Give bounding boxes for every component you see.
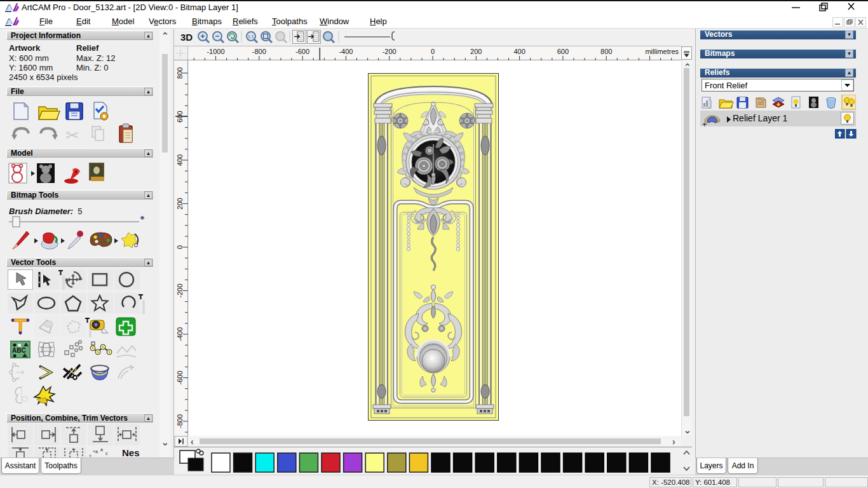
svg-text:200: 200	[470, 48, 482, 55]
svg-text:-800: -800	[252, 48, 266, 55]
svg-text:800: 800	[176, 67, 184, 79]
svg-text:800: 800	[600, 48, 612, 55]
svg-text:-600: -600	[176, 370, 184, 384]
svg-text:✂: ✂	[65, 126, 79, 145]
svg-text:millimetres: millimetres	[645, 48, 679, 55]
svg-text:-1000: -1000	[207, 48, 224, 55]
svg-text:-400: -400	[176, 327, 184, 341]
svg-text:ABC: ABC	[12, 347, 26, 354]
svg-text:-400: -400	[339, 48, 353, 55]
svg-text:3D: 3D	[180, 32, 193, 43]
svg-text:c: c	[105, 451, 108, 456]
svg-text:0: 0	[431, 48, 435, 55]
svg-text:400: 400	[176, 154, 184, 166]
svg-text:+: +	[702, 119, 707, 128]
svg-text:-800: -800	[176, 414, 184, 428]
svg-text:-200: -200	[176, 283, 184, 297]
svg-text:400: 400	[513, 48, 525, 55]
svg-text:1:1: 1:1	[248, 34, 254, 39]
svg-text:-600: -600	[295, 48, 309, 55]
svg-text:a: a	[100, 447, 103, 452]
svg-text:Nes: Nes	[122, 447, 140, 458]
svg-text:0: 0	[176, 245, 184, 249]
svg-text:600: 600	[557, 48, 569, 55]
svg-text:-200: -200	[383, 48, 397, 55]
svg-text:200: 200	[176, 198, 184, 209]
svg-text:+a: +a	[93, 449, 98, 454]
